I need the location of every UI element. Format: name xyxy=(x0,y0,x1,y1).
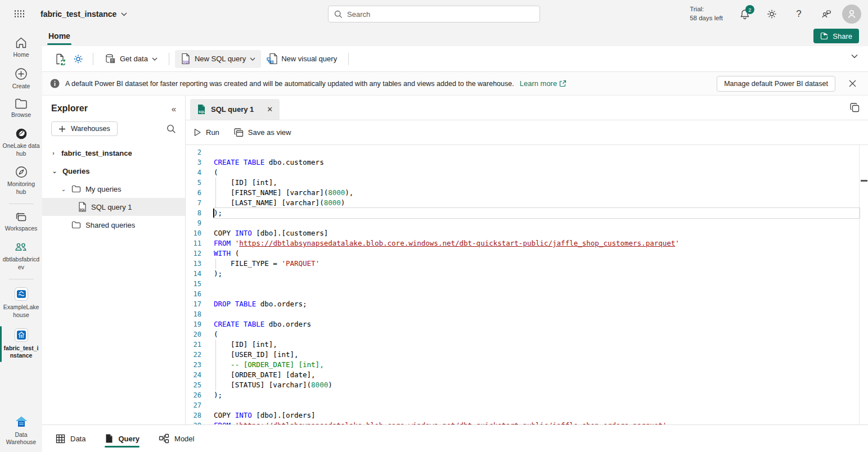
close-tab-icon[interactable]: ✕ xyxy=(267,105,273,114)
visual-query-icon xyxy=(267,53,277,65)
learn-more-link[interactable]: Learn more xyxy=(520,79,566,88)
svg-text:SQL: SQL xyxy=(80,209,86,211)
rail-item-lakehouse[interactable]: ExampleLakehouse xyxy=(0,283,42,323)
code-line[interactable]: 5 [ID] [int], xyxy=(186,178,868,188)
new-visual-query-button[interactable]: New visual query xyxy=(261,50,343,68)
app-launcher-icon[interactable] xyxy=(11,6,28,22)
rail-item-home[interactable]: Home xyxy=(0,33,42,64)
rail-item-monitoring[interactable]: Monitoring hub xyxy=(0,162,42,200)
code-line[interactable]: 23 -- [ORDER_DATE] [int], xyxy=(186,360,868,370)
code-line[interactable]: 25 [STATUS] [varchar](8000) xyxy=(186,380,868,390)
code-line[interactable]: 6 [FIRST_NAME] [varchar](8000), xyxy=(186,188,868,198)
query-editor: SQL SQL query 1 ✕ Run Save as view 23CRE… xyxy=(186,96,868,424)
code-line[interactable]: 2 xyxy=(186,147,868,157)
code-line[interactable]: 21 [ID] [int], xyxy=(186,340,868,350)
code-line[interactable]: 29FROM 'https://dbtlabsynapsedatalake.bl… xyxy=(186,421,868,424)
code-line[interactable]: 19CREATE TABLE dbo.orders xyxy=(186,319,868,329)
share-button[interactable]: Share xyxy=(813,29,859,43)
code-line[interactable]: 27 xyxy=(186,400,868,410)
collapse-panel-icon[interactable]: « xyxy=(172,104,176,114)
add-warehouses-button[interactable]: Warehouses xyxy=(51,121,118,136)
rail-item-datawarehouse[interactable]: Data Warehouse xyxy=(0,412,42,451)
code-line[interactable]: 16 xyxy=(186,289,868,299)
feedback-button[interactable] xyxy=(815,3,836,25)
collapse-ribbon-icon[interactable] xyxy=(851,54,858,58)
indent-guide xyxy=(215,259,216,269)
code-line[interactable]: 28COPY INTO [dbo].[orders] xyxy=(186,410,868,421)
info-banner: A default Power BI dataset for faster re… xyxy=(42,72,868,96)
rail-item-label: Monitoring hub xyxy=(3,180,40,196)
code-line[interactable]: 17DROP TABLE dbo.orders; xyxy=(186,299,868,309)
rail-item-people[interactable]: dbtlabsfabricdev xyxy=(0,237,42,275)
datawarehouse-icon xyxy=(14,415,29,429)
tree-item-sql-query-1[interactable]: SQLSQL query 1 xyxy=(42,198,185,216)
explorer-search-icon[interactable] xyxy=(167,124,176,134)
main-content: Explorer « Warehouses ›fabric_test_insta… xyxy=(42,96,868,424)
chevron-down-icon[interactable]: ⌄ xyxy=(51,168,58,174)
code-line[interactable]: 4( xyxy=(186,168,868,178)
tab-home[interactable]: Home xyxy=(46,30,73,44)
settings-button[interactable] xyxy=(761,3,782,25)
line-number: 2 xyxy=(186,147,201,157)
share-icon xyxy=(820,32,829,40)
external-link-icon xyxy=(559,80,566,87)
rail-item-browse[interactable]: Browse xyxy=(0,94,42,124)
code-line[interactable]: 22 [USER_ID] [int], xyxy=(186,350,868,360)
code-line[interactable]: 11FROM 'https://dbtlabsynapsedatalake.bl… xyxy=(186,238,868,248)
code-line[interactable]: 13 FILE_TYPE = 'PARQUET' xyxy=(186,259,868,269)
rail-item-onelake[interactable]: OneLake data hub xyxy=(0,124,42,162)
indent-guide xyxy=(215,370,216,380)
manage-dataset-button[interactable]: Manage default Power BI dataset xyxy=(717,76,835,92)
sql-code-area[interactable]: 23CREATE TABLE dbo.customers4(5 [ID] [in… xyxy=(186,145,868,424)
rail-item-label: Data Warehouse xyxy=(3,431,40,446)
tree-item-my-queries[interactable]: ⌄My queries xyxy=(42,180,185,198)
chevron-down-icon[interactable]: ⌄ xyxy=(60,186,67,192)
warehouse-icon xyxy=(14,328,29,342)
run-button[interactable]: Run xyxy=(194,128,219,137)
global-search[interactable] xyxy=(328,6,540,22)
workspace-selector[interactable]: fabric_test_instance xyxy=(41,10,127,19)
line-number: 4 xyxy=(186,168,201,178)
plus-icon xyxy=(59,125,66,133)
tree-item-fabric-test-instance[interactable]: ›fabric_test_instance xyxy=(42,144,185,162)
new-sql-query-button[interactable]: SQL New SQL query xyxy=(175,50,261,68)
rail-item-workspaces[interactable]: Workspaces xyxy=(0,207,42,237)
rail-item-label: Create xyxy=(12,83,30,91)
banner-close-button[interactable] xyxy=(844,76,860,92)
settings-gear-button[interactable] xyxy=(69,51,87,67)
code-line[interactable]: 20( xyxy=(186,329,868,340)
get-data-button[interactable]: Get data xyxy=(99,50,163,68)
help-button[interactable]: ? xyxy=(788,3,809,25)
code-line[interactable]: 15 xyxy=(186,279,868,289)
tab-sql-query-1[interactable]: SQL SQL query 1 ✕ xyxy=(190,99,280,120)
rail-item-create[interactable]: Create xyxy=(0,64,42,95)
code-line[interactable]: 9 xyxy=(186,218,868,228)
view-tab-query[interactable]: Query xyxy=(105,425,140,452)
tree-item-queries[interactable]: ⌄Queries xyxy=(42,162,185,180)
explorer-title: Explorer xyxy=(51,103,88,114)
line-number: 26 xyxy=(186,390,201,400)
avatar[interactable] xyxy=(842,4,861,24)
search-input[interactable] xyxy=(347,10,534,19)
refresh-dataset-button[interactable] xyxy=(51,51,69,67)
code-line[interactable]: 8); xyxy=(186,208,868,218)
code-line[interactable]: 12WITH ( xyxy=(186,248,868,259)
code-line[interactable]: 7 [LAST_NAME] [varchar](8000) xyxy=(186,198,868,208)
code-line[interactable]: 18 xyxy=(186,309,868,319)
ribbon-toolbar: Get data SQL New SQL query New visual qu… xyxy=(42,46,868,72)
code-line[interactable]: 24 [ORDER_DATE] [date], xyxy=(186,370,868,380)
view-tab-model[interactable]: Model xyxy=(159,425,194,452)
code-line[interactable]: 14); xyxy=(186,269,868,279)
notifications-button[interactable]: 2 xyxy=(734,3,755,25)
line-number: 15 xyxy=(186,279,201,289)
code-line[interactable]: 3CREATE TABLE dbo.customers xyxy=(186,157,868,168)
chevron-right-icon[interactable]: › xyxy=(50,150,57,156)
view-tab-data[interactable]: Data xyxy=(56,425,86,452)
code-line[interactable]: 26); xyxy=(186,390,868,400)
tree-item-shared-queries[interactable]: Shared queries xyxy=(42,216,185,234)
copy-icon[interactable] xyxy=(849,102,860,113)
save-as-view-button[interactable]: Save as view xyxy=(234,128,291,137)
workspace-name: fabric_test_instance xyxy=(41,10,116,19)
code-line[interactable]: 10COPY INTO [dbo].[customers] xyxy=(186,228,868,238)
rail-item-warehouse[interactable]: fabric_test_instance xyxy=(0,324,42,364)
